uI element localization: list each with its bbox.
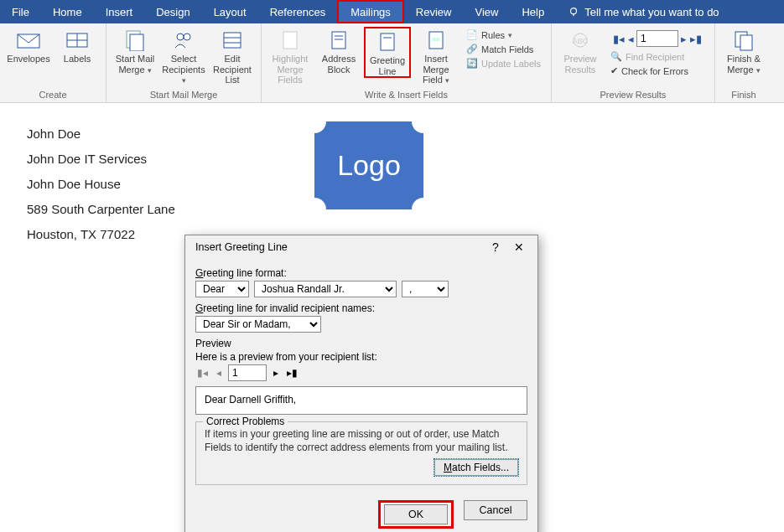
envelopes-button[interactable]: Envelopes (5, 27, 52, 65)
highlight-icon (277, 28, 304, 52)
address-block-icon (325, 28, 352, 52)
group-preview-results: ABC Preview Results ▮◂ ◂ ▸ ▸▮ 🔍Find Reci… (552, 23, 715, 102)
check-icon: ✔ (610, 65, 618, 76)
salutation-select[interactable]: Dear (195, 281, 249, 297)
first-record-button[interactable]: ▮◂ (612, 33, 626, 45)
greeting-line-button[interactable]: Greeting Line (364, 27, 411, 78)
prev-record-button[interactable]: ◂ (627, 33, 635, 45)
next-record-button[interactable]: ▸ (680, 33, 688, 45)
find-icon: 🔍 (610, 51, 622, 62)
match-fields-icon: 🔗 (466, 44, 478, 54)
svg-rect-10 (224, 33, 241, 48)
highlight-label: Highlight Merge Fields (268, 54, 312, 85)
tell-me-search[interactable]: Tell me what you want to do (556, 0, 730, 23)
tab-insert[interactable]: Insert (94, 0, 145, 23)
address-block-button[interactable]: Address Block (315, 27, 362, 75)
invalid-greeting-select[interactable]: Dear Sir or Madam, (195, 316, 321, 333)
rules-button[interactable]: 📄Rules ▾ (465, 28, 543, 41)
cancel-button[interactable]: Cancel (464, 500, 527, 520)
preview-icon: ABC (567, 28, 594, 52)
tell-me-label: Tell me what you want to do (584, 6, 719, 18)
tab-review[interactable]: Review (404, 0, 464, 23)
preview-first-button: ▮◂ (195, 367, 210, 379)
svg-point-8 (177, 34, 184, 40)
rules-icon: 📄 (466, 29, 478, 40)
insert-greeting-line-dialog: Insert Greeting Line ? ✕ Greeting line f… (184, 235, 538, 532)
find-recipient-button: 🔍Find Recipient (609, 50, 706, 63)
finish-merge-button[interactable]: Finish & Merge ▾ (720, 27, 767, 75)
preview-last-button[interactable]: ▸▮ (285, 367, 299, 379)
envelope-icon (15, 28, 42, 52)
preview-heading: Preview (195, 338, 527, 349)
edit-recipient-label: Edit Recipient List (210, 54, 254, 85)
group-start-mail-merge: Start Mail Merge ▾ Select Recipients ▾ E… (106, 23, 262, 102)
invalid-label: Greeting line for invalid recipient name… (195, 302, 527, 314)
format-label: Greeting line format: (195, 267, 527, 279)
edit-list-icon (219, 28, 246, 52)
preview-prev-button: ◂ (215, 367, 223, 379)
last-record-button[interactable]: ▸▮ (689, 33, 703, 45)
preview-record-input[interactable] (228, 364, 267, 381)
preview-results-label: Preview Results (558, 54, 602, 75)
group-create-label: Create (0, 88, 106, 102)
svg-rect-13 (283, 32, 297, 49)
svg-rect-20 (432, 38, 440, 41)
svg-text:ABC: ABC (573, 37, 589, 45)
correct-problems-group: Correct Problems If items in your greeti… (195, 421, 527, 485)
tab-mailings[interactable]: Mailings (337, 0, 404, 23)
svg-point-9 (184, 34, 190, 40)
recipients-icon (170, 28, 197, 52)
check-errors-button[interactable]: ✔Check for Errors (609, 65, 706, 77)
svg-rect-7 (130, 34, 143, 51)
address-block-label: Address Block (317, 54, 361, 75)
close-button[interactable]: ✕ (507, 240, 531, 254)
preview-results-button: ABC Preview Results (557, 27, 604, 75)
select-recipients-button[interactable]: Select Recipients ▾ (160, 27, 207, 85)
tab-view[interactable]: View (463, 0, 510, 23)
insert-merge-field-button[interactable]: Insert Merge Field ▾ (413, 27, 459, 85)
labels-label: Labels (64, 54, 91, 65)
tab-file[interactable]: File (0, 0, 41, 23)
logo-shape: Logo (314, 121, 423, 209)
correct-problems-desc: If items in your greeting line are missi… (205, 427, 518, 454)
correct-problems-legend: Correct Problems (203, 416, 288, 427)
punctuation-select[interactable]: , (402, 281, 449, 297)
ok-button[interactable]: OK (384, 504, 448, 524)
greeting-line-label: Greeting Line (367, 55, 408, 76)
svg-rect-14 (332, 32, 345, 49)
start-mail-merge-button[interactable]: Start Mail Merge ▾ (112, 27, 158, 75)
edit-recipient-list-button[interactable]: Edit Recipient List (209, 27, 256, 85)
group-finish: Finish & Merge ▾ Finish (715, 23, 772, 102)
match-fields-dialog-button[interactable]: Match Fields... (434, 459, 518, 476)
name-format-select[interactable]: Joshua Randall Jr. (254, 281, 397, 297)
update-labels-button: 🔄Update Labels (465, 57, 543, 70)
svg-rect-17 (381, 34, 394, 50)
envelopes-label: Envelopes (7, 54, 49, 65)
tab-design[interactable]: Design (144, 0, 201, 23)
tab-home[interactable]: Home (41, 0, 94, 23)
group-create: Envelopes Labels Create (0, 23, 106, 102)
start-merge-icon (122, 28, 148, 52)
tab-help[interactable]: Help (510, 0, 556, 23)
tab-references[interactable]: References (258, 0, 337, 23)
labels-button[interactable]: Labels (54, 27, 101, 65)
labels-icon (64, 28, 91, 52)
menu-bar: File Home Insert Design Layout Reference… (0, 0, 784, 23)
match-fields-button[interactable]: 🔗Match Fields (465, 43, 543, 55)
insert-merge-field-icon (423, 28, 449, 52)
group-start-label: Start Mail Merge (106, 88, 261, 102)
greeting-line-icon (374, 30, 401, 54)
record-number-input[interactable] (636, 30, 678, 47)
dialog-title: Insert Greeting Line (195, 241, 484, 253)
preview-next-button[interactable]: ▸ (272, 367, 280, 379)
lightbulb-icon (568, 6, 579, 18)
tab-layout[interactable]: Layout (202, 0, 258, 23)
preview-box: Dear Darnell Griffith, (195, 386, 527, 415)
finish-merge-icon (730, 28, 757, 52)
logo-text: Logo (314, 121, 423, 209)
finish-merge-label: Finish & Merge ▾ (722, 54, 766, 75)
help-button[interactable]: ? (484, 240, 507, 254)
ribbon: Envelopes Labels Create Start Mail Merge… (0, 23, 784, 103)
ok-highlight: OK (378, 500, 454, 529)
group-write-insert: Highlight Merge Fields Address Block Gre… (262, 23, 552, 102)
